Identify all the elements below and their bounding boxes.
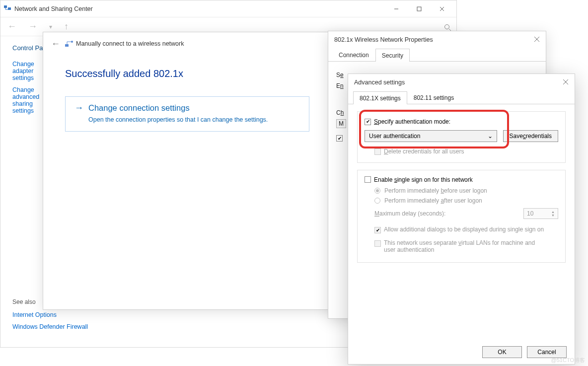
svg-rect-3 [417,7,421,11]
allow-dialogs-checkbox: Allow additional dialogs to be displayed… [374,226,544,233]
ns-titlebar: Network and Sharing Center [0,0,456,17]
nav-back-icon[interactable]: ← [4,21,19,32]
enable-sso-checkbox[interactable]: Enable single sign on for this network [365,176,473,183]
tab-8021x[interactable]: 802.1X settings [353,91,407,104]
spin-up-icon: ▲ [551,210,555,214]
checkbox-icon [374,148,381,155]
adv-title: Advanced settings [354,79,405,86]
auth-mode-value: User authentication [369,133,420,140]
wizard-title: Manually connect to a wireless network [76,40,184,47]
sso-before-radio: Perform immediately before user logon [374,187,558,194]
tab-80211[interactable]: 802.11 settings [407,91,460,104]
svg-point-6 [445,25,449,29]
max-delay-value: 10 [527,210,533,217]
wizard-icon [64,39,73,49]
auth-mode-group: Specify authentication mode: User authen… [357,111,566,163]
specify-auth-mode-checkbox[interactable]: Specify authentication mode: [365,118,450,125]
nav-forward-icon[interactable]: → [25,21,40,32]
watermark: @51CTO博客 [551,357,585,364]
defender-firewall-link[interactable]: Windows Defender Firewall [12,323,88,330]
remember-checkbox[interactable] [336,135,343,142]
tab-security[interactable]: Security [375,49,410,62]
internet-options-link[interactable]: Internet Options [12,311,88,318]
nav-down-icon[interactable]: ▾ [46,23,55,30]
option-title: Change connection settings [88,103,190,113]
arrow-right-icon: → [74,103,83,113]
sso-group: Enable single sign on for this network P… [357,170,566,263]
close-button[interactable] [431,1,453,16]
tab-connection[interactable]: Connection [332,48,375,61]
minimize-button[interactable] [385,1,408,16]
svg-rect-8 [65,44,69,47]
adv-tabs: 802.1X settings 802.11 settings [348,91,575,104]
separate-vlan-checkbox: This network uses separate virtual LANs … [374,239,548,253]
radio-icon [374,198,380,204]
svg-point-9 [71,41,73,43]
auth-method-select[interactable]: M [336,119,346,128]
advanced-settings-window: Advanced settings 802.1X settings 802.11… [348,73,575,365]
change-connection-settings-option[interactable]: → Change connection settings Open the co… [65,96,309,132]
checkbox-icon [374,240,381,247]
delete-credentials-checkbox: Delete credentials for all users [374,148,464,155]
option-subtitle: Open the connection properties so that I… [88,116,300,123]
checkbox-icon [365,176,371,183]
props-title: 802.1x Wireless Network Properties [334,36,433,43]
close-icon[interactable] [563,79,569,86]
svg-rect-0 [4,5,7,8]
ns-title: Network and Sharing Center [14,5,385,12]
max-delay-label: Maximum delay (seconds): [374,210,445,217]
nav-up-icon[interactable]: ↑ [61,21,72,32]
checkbox-icon [365,119,371,125]
chevron-down-icon: ⌄ [488,133,493,140]
wizard-back-icon[interactable]: ← [47,39,64,49]
auth-mode-select[interactable]: User authentication ⌄ [365,130,497,142]
max-delay-spinner: 10 ▲▼ [523,208,558,219]
spin-down-icon: ▼ [551,214,555,217]
props-tabs: Connection Security [328,48,546,62]
ns-app-icon [3,4,11,13]
save-credentials-button[interactable]: Save credentials [503,130,558,142]
close-icon[interactable] [534,36,540,44]
checkbox-icon [374,227,381,233]
ok-button[interactable]: OK [482,346,522,358]
radio-icon [374,188,380,194]
sso-after-radio: Perform immediately after user logon [374,197,558,204]
maximize-button[interactable] [408,1,431,16]
